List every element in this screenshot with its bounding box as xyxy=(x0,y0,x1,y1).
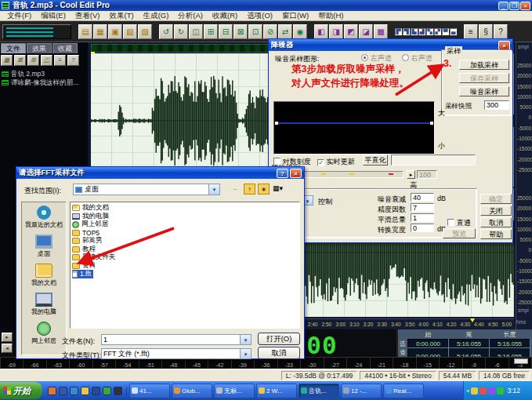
cancel-button[interactable]: 取消 xyxy=(480,217,512,227)
precision-input[interactable]: 7 xyxy=(411,203,434,212)
task-button[interactable]: 无标... xyxy=(214,384,255,398)
menu-item[interactable]: 生成(G) xyxy=(139,11,174,21)
zoom-controls-view-button[interactable]: ▚ xyxy=(426,28,433,35)
org-insert-multitrack-button[interactable]: ⊞ xyxy=(27,55,39,66)
minimize-button[interactable]: _ xyxy=(498,2,508,10)
close-button[interactable]: × xyxy=(520,2,530,10)
status-bar-view-button[interactable]: ▄ xyxy=(450,28,457,35)
slider-spin-button[interactable]: ▸ xyxy=(407,170,415,179)
noise-dialog-close-button[interactable]: × xyxy=(498,41,510,50)
level-meters-view-button[interactable]: ▀ xyxy=(442,28,449,35)
attenuation-input[interactable]: 40 xyxy=(411,193,434,202)
noise-graph[interactable] xyxy=(273,101,435,155)
window-tile-button[interactable]: ▛ xyxy=(395,28,402,35)
task-button[interactable]: 2 W... xyxy=(256,384,297,398)
task-button[interactable]: Glub... xyxy=(172,384,212,398)
left-channel-radio[interactable]: 左声道 xyxy=(361,53,392,64)
menu-item[interactable]: 帮助(H) xyxy=(313,11,348,21)
time-window-view-button[interactable]: ▞ xyxy=(434,28,441,35)
winamp-icon[interactable] xyxy=(114,387,122,395)
show-desktop-icon[interactable] xyxy=(59,387,67,395)
task-button[interactable]: 12 -... xyxy=(341,384,382,398)
scripts-button[interactable]: § xyxy=(479,24,493,39)
delete-button[interactable]: ⊘ xyxy=(263,24,277,39)
task-button[interactable]: Real... xyxy=(383,384,424,398)
place-item[interactable]: 网上邻居 xyxy=(22,322,66,345)
back-icon[interactable]: ← xyxy=(230,184,241,195)
transport-view-button[interactable]: ▟ xyxy=(418,28,425,35)
meter-handle[interactable] xyxy=(514,358,528,364)
ie-icon[interactable] xyxy=(48,387,56,395)
close-dialog-button[interactable]: 关闭 xyxy=(480,205,512,216)
cue-list-button[interactable]: ◩ xyxy=(344,24,358,39)
org-sort-button[interactable]: ≡ xyxy=(54,55,66,66)
file-item[interactable]: 新建文件夹 xyxy=(72,253,298,262)
input-method-icon[interactable] xyxy=(471,387,478,395)
media-player-icon[interactable] xyxy=(70,387,78,395)
convert-sample-type-button[interactable]: ⇄ xyxy=(278,24,292,39)
qq-icon[interactable] xyxy=(497,387,504,395)
transition-input[interactable]: 0 xyxy=(411,224,434,232)
mixer-window-button[interactable]: ▩ xyxy=(374,24,388,39)
file-dialog-help-button[interactable]: ? xyxy=(277,169,288,178)
curve-handle-left[interactable] xyxy=(275,122,278,125)
folder-icon[interactable] xyxy=(81,387,89,395)
help-button[interactable]: ? xyxy=(494,24,508,39)
copy-button[interactable]: ⊞ xyxy=(204,24,218,39)
file-cancel-button[interactable]: 取消 xyxy=(258,347,300,359)
filetype-dropdown[interactable]: FFT 文件 (*.fft) ▾ xyxy=(101,348,252,359)
open-append-button[interactable]: ▧ xyxy=(123,24,137,39)
save-all-button[interactable]: ▨ xyxy=(138,24,152,39)
file-item[interactable]: 资料 xyxy=(72,262,298,271)
tray-app-icon[interactable] xyxy=(488,387,495,395)
menu-item[interactable]: 窗口(W) xyxy=(277,11,313,21)
play-button[interactable]: ▸ xyxy=(2,333,13,342)
org-edit-file-button[interactable]: ◫ xyxy=(41,55,52,66)
menu-item[interactable]: 效果(T) xyxy=(104,11,138,21)
organizer-tab[interactable]: 效果 xyxy=(27,43,52,53)
right-channel-radio[interactable]: 右声道 xyxy=(402,53,432,64)
mix-paste-button[interactable]: ⊠ xyxy=(233,24,248,39)
trim-button[interactable]: ⊡ xyxy=(248,24,262,39)
cue-view-button[interactable]: ▙ xyxy=(411,28,418,35)
spectral-view-button[interactable]: ◨ xyxy=(329,24,343,39)
play-list-button[interactable]: ◪ xyxy=(359,24,373,39)
place-item[interactable]: 我的文档 xyxy=(22,264,66,287)
effects-rack-button[interactable]: ◧ xyxy=(314,24,328,39)
help-button[interactable]: 帮助 xyxy=(480,229,512,239)
cut-button[interactable]: ◫ xyxy=(189,24,203,39)
organizer-file-item[interactable]: 谭咏麟-像我这样的朋... xyxy=(2,78,86,87)
filename-input[interactable]: 1 ▾ xyxy=(101,334,252,345)
view-menu-icon[interactable]: ▦▾ xyxy=(272,184,284,195)
file-item[interactable]: TOP5 xyxy=(72,229,298,238)
outlook-icon[interactable] xyxy=(92,387,100,395)
restore-button[interactable]: ❐ xyxy=(509,2,519,10)
look-in-dropdown[interactable]: 桌面 ▾ xyxy=(73,184,220,195)
smoothing-input[interactable]: 1 xyxy=(411,213,434,222)
capture-noise-sample-button[interactable]: 噪音采样 xyxy=(459,86,509,96)
file-item[interactable]: 郭英男 xyxy=(72,237,298,245)
open-file-button[interactable]: ▦ xyxy=(93,24,107,39)
live-update-checkbox[interactable]: ✓ 实时更新 xyxy=(317,157,355,167)
menu-item[interactable]: 选项(O) xyxy=(242,11,277,21)
menu-item[interactable]: 查看(V) xyxy=(71,11,105,21)
new-file-button[interactable]: ▤ xyxy=(78,24,92,39)
paste-button[interactable]: ⊟ xyxy=(219,24,233,39)
ok-button[interactable]: 确定 xyxy=(480,194,512,204)
place-item[interactable]: 我的电脑 xyxy=(22,293,66,316)
file-item[interactable]: 网上邻居 xyxy=(72,220,298,229)
org-close-file-button[interactable]: ⊠ xyxy=(14,55,26,66)
file-dialog-close-button[interactable]: × xyxy=(290,169,302,178)
organizer-tab[interactable]: 文件 xyxy=(1,43,26,53)
organizer-file-item[interactable]: 音轨 2.mp3 xyxy=(2,70,86,78)
open-button[interactable]: 打开(O) xyxy=(258,333,300,345)
file-item[interactable]: 1.fft xyxy=(72,270,93,278)
org-help-button[interactable]: ? xyxy=(67,55,79,66)
place-item[interactable]: 桌面 xyxy=(22,235,66,258)
settings-button[interactable]: ≡ xyxy=(464,24,478,39)
menu-item[interactable]: 收藏(R) xyxy=(208,11,242,21)
organizer-tab[interactable]: 收藏 xyxy=(52,43,78,53)
redo-button[interactable]: ↻ xyxy=(174,24,188,39)
waveform-multitrack-toggle-button[interactable] xyxy=(2,24,71,39)
noise-level-value[interactable]: 100 xyxy=(417,170,437,179)
